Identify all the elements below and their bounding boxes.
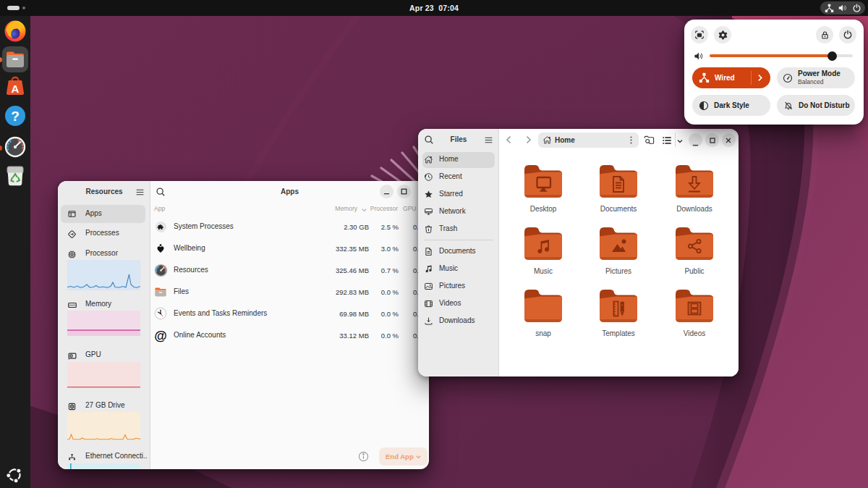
svg-text:?: ? [11,109,20,124]
svg-text:A: A [12,83,20,95]
